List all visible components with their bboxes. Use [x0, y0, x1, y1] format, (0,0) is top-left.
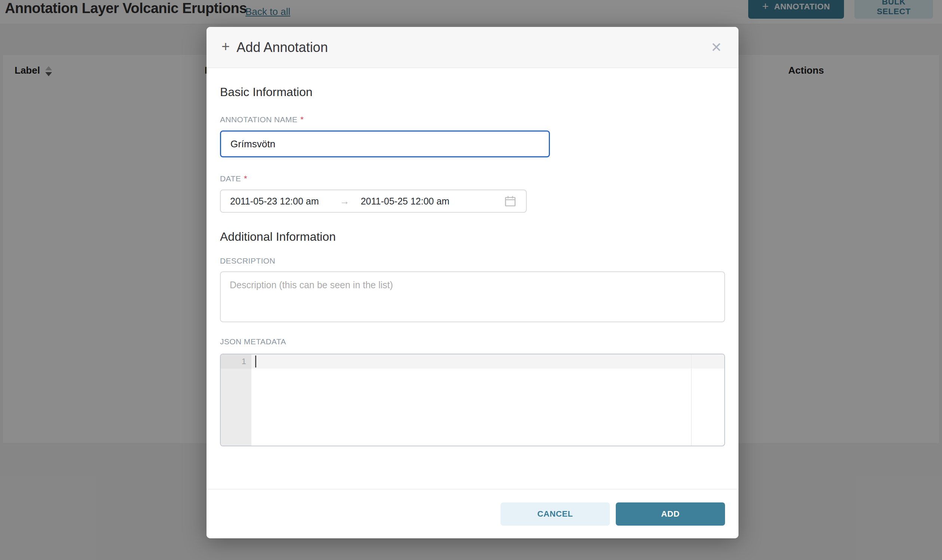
cancel-button[interactable]: CANCEL — [501, 502, 610, 526]
text-cursor — [255, 355, 256, 368]
description-textarea[interactable] — [220, 271, 725, 322]
date-range-picker[interactable]: 2011-05-23 12:00 am → 2011-05-25 12:00 a… — [220, 189, 527, 213]
print-margin-line — [691, 354, 692, 446]
close-icon[interactable]: ✕ — [707, 38, 726, 57]
add-annotation-modal: + Add Annotation ✕ Basic Information ANN… — [207, 27, 738, 538]
annotation-name-input[interactable] — [220, 131, 550, 157]
start-date-value[interactable]: 2011-05-23 12:00 am — [230, 196, 319, 207]
active-line-highlight — [251, 354, 724, 369]
add-button[interactable]: ADD — [616, 502, 725, 526]
date-label-text: DATE — [220, 174, 241, 183]
modal-body: Basic Information ANNOTATION NAME * DATE… — [207, 68, 738, 489]
end-date-value[interactable]: 2011-05-25 12:00 am — [361, 196, 449, 207]
required-asterisk: * — [301, 115, 304, 125]
modal-header: + Add Annotation ✕ — [207, 27, 738, 68]
section-title-additional: Additional Information — [220, 230, 725, 244]
modal-title: Add Annotation — [236, 40, 328, 55]
modal-footer: CANCEL ADD — [207, 489, 738, 538]
description-label: DESCRIPTION — [220, 257, 725, 265]
line-number: 1 — [221, 354, 251, 369]
date-label: DATE * — [220, 174, 725, 183]
required-asterisk: * — [244, 174, 247, 183]
plus-icon: + — [222, 38, 230, 55]
section-title-basic: Basic Information — [220, 85, 725, 99]
json-metadata-label: JSON METADATA — [220, 337, 725, 346]
range-arrow-icon: → — [340, 195, 349, 207]
annotation-name-label: ANNOTATION NAME * — [220, 115, 725, 125]
annotation-name-label-text: ANNOTATION NAME — [220, 115, 298, 124]
json-metadata-editor[interactable]: 1 — [220, 354, 725, 446]
calendar-icon[interactable] — [504, 194, 517, 208]
